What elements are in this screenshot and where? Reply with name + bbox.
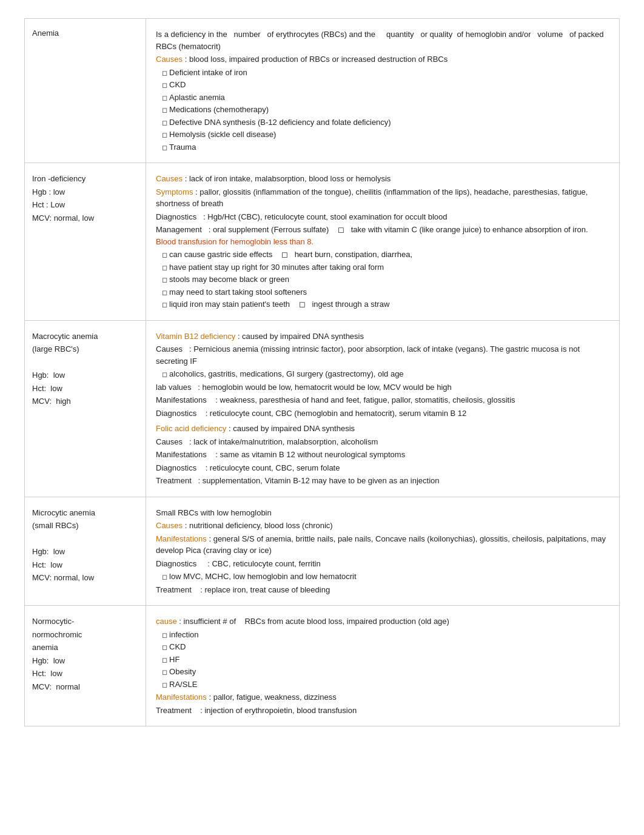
normo-manifestations-text: : pallor, fatigue, weakness, dizziness [207, 692, 337, 702]
iron-symptoms: Symptoms : pallor, glossitis (inflammati… [156, 186, 609, 210]
b12-causes: Causes : Pernicious anemia (missing intr… [156, 343, 609, 367]
normo-cause-line: cause : insufficient # of RBCs from acut… [156, 615, 609, 628]
micro-manifestations: Manifestations : general S/S of anemia, … [156, 533, 609, 557]
anemia-causes-line: Causes : blood loss, impaired production… [156, 53, 609, 65]
left-normocytic: Normocytic- normochromic anemia Hgb: low… [25, 606, 146, 726]
micro-line4: Hgb: low [32, 546, 138, 558]
list-item: can cause gastric side effects ◻ heart b… [162, 249, 609, 261]
macro-line6: MCV: high [32, 395, 138, 407]
list-item: Aplastic anemia [162, 92, 609, 104]
macro-line5: Hct: low [32, 383, 138, 395]
list-item: Defective DNA synthesis (B-12 deficiency… [162, 116, 609, 129]
normo-cause-label: cause [156, 617, 177, 626]
row-microcytic: Microcytic anemia (small RBCs) Hgb: low … [24, 497, 620, 606]
list-item: Trauma [162, 141, 609, 153]
list-item: Obesity [162, 666, 609, 678]
b12-bullets: alcoholics, gastritis, medications, GI s… [156, 368, 609, 380]
micro-causes-label: Causes [156, 521, 183, 530]
iron-symptoms-text: : pallor, glossitis (inflammation of the… [156, 187, 588, 209]
list-item: have patient stay up right for 30 minute… [162, 261, 609, 273]
micro-intro: Small RBCs with low hemoglobin [156, 507, 609, 519]
folic-diagnostics: Diagnostics : reticulocyte count, CBC, s… [156, 462, 609, 474]
right-anemia: Is a deficiency in the number of erythro… [146, 19, 619, 163]
anemia-intro: Is a deficiency in the number of erythro… [156, 29, 609, 52]
micro-causes: Causes : nutritional deficiency, blood l… [156, 520, 609, 532]
micro-diag-bullets: low MVC, MCHC, low hemoglobin and low he… [156, 571, 609, 583]
iron-management: Management : oral supplement (Ferrous su… [156, 224, 609, 247]
iron-causes: Causes : lack of iron intake, malabsorpt… [156, 173, 609, 185]
list-item: Deficient intake of iron [162, 67, 609, 79]
list-item: alcoholics, gastritis, medications, GI s… [162, 368, 609, 380]
left-iron: Iron -deficiency Hgb : low Hct : Low MCV… [25, 163, 146, 320]
iron-line1: Iron -deficiency [32, 173, 138, 185]
micro-causes-text: : nutritional deficiency, blood loss (ch… [183, 521, 333, 530]
iron-sub-bullets: can cause gastric side effects ◻ heart b… [156, 249, 609, 310]
normo-manifestations: Manifestations : pallor, fatigue, weakne… [156, 691, 609, 703]
macro-line1: Macrocytic anemia [32, 330, 138, 343]
left-microcytic: Microcytic anemia (small RBCs) Hgb: low … [25, 497, 146, 606]
list-item: stools may become black or green [162, 273, 609, 286]
iron-symptoms-label: Symptoms [156, 187, 193, 196]
macro-line2: (large RBC's) [32, 343, 138, 355]
micro-line2: (small RBCs) [32, 520, 138, 532]
list-item: may need to start taking stool softeners [162, 286, 609, 298]
normo-line3: anemia [32, 642, 138, 654]
folic-label: Folic acid deficiency [156, 424, 226, 433]
b12-manifestations: Manifestations : weakness, paresthesia o… [156, 394, 609, 406]
right-macrocytic: Vitamin B12 deficiency : caused by impai… [146, 321, 619, 497]
micro-manifestations-text: : general S/S of anemia, brittle nails, … [156, 534, 606, 555]
normo-line1: Normocytic- [32, 615, 138, 628]
normo-cause-text: : insufficient # of RBCs from acute bloo… [177, 617, 449, 626]
list-item: low MVC, MCHC, low hemoglobin and low he… [162, 571, 609, 583]
micro-line5: Hct: low [32, 559, 138, 571]
normo-treatment: Treatment : injection of erythropoietin,… [156, 705, 609, 717]
iron-causes-label: Causes [156, 174, 183, 183]
micro-line3 [32, 533, 138, 545]
folic-treatment: Treatment : supplementation, Vitamin B-1… [156, 475, 609, 487]
micro-line6: MCV: normal, low [32, 572, 138, 584]
list-item: liquid iron may stain patient's teeth ◻ … [162, 298, 609, 310]
b12-line: Vitamin B12 deficiency : caused by impai… [156, 330, 609, 343]
iron-line2: Hgb : low [32, 186, 138, 198]
right-iron: Causes : lack of iron intake, malabsorpt… [146, 163, 619, 320]
iron-causes-text: : lack of iron intake, malabsorption, bl… [183, 174, 391, 183]
iron-diagnostics: Diagnostics : Hgb/Hct (CBC), reticulocyt… [156, 211, 609, 223]
normo-line2: normochromic [32, 629, 138, 641]
micro-treatment: Treatment : replace iron, treat cause of… [156, 584, 609, 596]
left-anemia: Anemia [25, 19, 146, 163]
folic-text: : caused by impaired DNA synthesis [226, 424, 355, 433]
left-macrocytic: Macrocytic anemia (large RBC's) Hgb: low… [25, 321, 146, 497]
macro-line3 [32, 357, 138, 369]
list-item: infection [162, 629, 609, 641]
page-container: Anemia Is a deficiency in the number of … [24, 18, 620, 726]
list-item: CKD [162, 641, 609, 653]
row-macrocytic: Macrocytic anemia (large RBC's) Hgb: low… [24, 320, 620, 497]
list-item: CKD [162, 79, 609, 91]
right-normocytic: cause : insufficient # of RBCs from acut… [146, 606, 619, 726]
list-item: Hemolysis (sickle cell disease) [162, 129, 609, 141]
folic-causes: Causes : lack of intake/malnutrition, ma… [156, 436, 609, 448]
micro-diagnostics: Diagnostics : CBC, reticulocyte count, f… [156, 558, 609, 570]
causes-text: : blood loss, impaired production of RBC… [183, 55, 448, 64]
iron-line4: MCV: normal, low [32, 212, 138, 224]
list-item: RA/SLE [162, 679, 609, 691]
b12-text: : caused by impaired DNA synthesis [235, 332, 364, 341]
list-item: Medications (chemotherapy) [162, 104, 609, 116]
row-anemia: Anemia Is a deficiency in the number of … [24, 18, 620, 163]
normo-bullets: infection CKD HF Obesity RA/SLE [156, 629, 609, 691]
b12-label: Vitamin B12 deficiency [156, 332, 235, 341]
macro-line4: Hgb: low [32, 369, 138, 381]
b12-lab: lab values : hemoglobin would be low, he… [156, 381, 609, 394]
row-normocytic: Normocytic- normochromic anemia Hgb: low… [24, 605, 620, 726]
anemia-title: Anemia [32, 29, 59, 38]
folic-manifestations: Manifestations : same as vitamin B 12 wi… [156, 449, 609, 461]
normo-manifestations-label: Manifestations [156, 692, 207, 702]
list-item: HF [162, 654, 609, 666]
right-microcytic: Small RBCs with low hemoglobin Causes : … [146, 497, 619, 606]
folic-line: Folic acid deficiency : caused by impair… [156, 423, 609, 435]
normo-line6: MCV: normal [32, 681, 138, 693]
normo-line4: Hgb: low [32, 655, 138, 667]
blood-transfusion-highlight: Blood transfusion for hemoglobin less th… [156, 237, 314, 246]
micro-line1: Microcytic anemia [32, 507, 138, 519]
anemia-bullets: Deficient intake of iron CKD Aplastic an… [156, 67, 609, 153]
